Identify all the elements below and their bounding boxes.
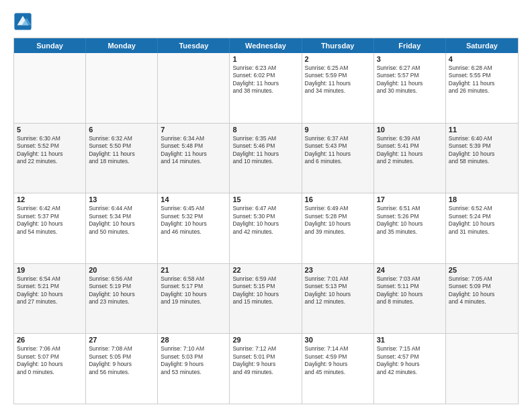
calendar-week-3: 12Sunrise: 6:42 AM Sunset: 5:37 PM Dayli… [14,193,518,263]
day-info: Sunrise: 6:59 AM Sunset: 5:15 PM Dayligh… [232,275,298,306]
calendar-day-27: 27Sunrise: 7:08 AM Sunset: 5:05 PM Dayli… [86,334,158,404]
calendar-body: 1Sunrise: 6:23 AM Sunset: 6:02 PM Daylig… [14,53,518,404]
calendar-day-25: 25Sunrise: 7:05 AM Sunset: 5:09 PM Dayli… [446,264,518,334]
calendar-empty-cell [158,53,230,123]
calendar-day-12: 12Sunrise: 6:42 AM Sunset: 5:37 PM Dayli… [14,193,86,263]
calendar: SundayMondayTuesdayWednesdayThursdayFrid… [13,38,519,404]
calendar-day-13: 13Sunrise: 6:44 AM Sunset: 5:34 PM Dayli… [86,193,158,263]
calendar-week-1: 1Sunrise: 6:23 AM Sunset: 6:02 PM Daylig… [14,53,518,123]
calendar-day-24: 24Sunrise: 7:03 AM Sunset: 5:11 PM Dayli… [374,264,446,334]
day-number: 12 [17,195,83,203]
day-number: 10 [377,126,443,134]
calendar-day-3: 3Sunrise: 6:27 AM Sunset: 5:57 PM Daylig… [374,53,446,123]
calendar-day-7: 7Sunrise: 6:34 AM Sunset: 5:48 PM Daylig… [158,124,230,193]
day-number: 6 [89,126,154,134]
day-info: Sunrise: 6:42 AM Sunset: 5:37 PM Dayligh… [17,205,83,236]
day-info: Sunrise: 6:51 AM Sunset: 5:26 PM Dayligh… [377,205,443,236]
day-number: 18 [449,195,515,203]
day-info: Sunrise: 6:58 AM Sunset: 5:17 PM Dayligh… [161,275,226,306]
day-info: Sunrise: 7:14 AM Sunset: 4:59 PM Dayligh… [305,345,371,376]
day-number: 17 [377,195,443,203]
day-info: Sunrise: 6:35 AM Sunset: 5:46 PM Dayligh… [232,135,298,166]
header-day-monday: Monday [86,38,158,53]
day-number: 19 [17,266,83,274]
day-number: 29 [232,336,298,344]
day-number: 23 [305,266,371,274]
calendar-day-1: 1Sunrise: 6:23 AM Sunset: 6:02 PM Daylig… [230,53,302,123]
day-info: Sunrise: 6:45 AM Sunset: 5:32 PM Dayligh… [161,205,226,236]
day-number: 15 [232,195,298,203]
calendar-day-29: 29Sunrise: 7:12 AM Sunset: 5:01 PM Dayli… [230,334,302,404]
day-info: Sunrise: 7:08 AM Sunset: 5:05 PM Dayligh… [89,345,154,376]
calendar-day-19: 19Sunrise: 6:54 AM Sunset: 5:21 PM Dayli… [14,264,86,334]
calendar-day-18: 18Sunrise: 6:52 AM Sunset: 5:24 PM Dayli… [446,193,518,263]
calendar-day-16: 16Sunrise: 6:49 AM Sunset: 5:28 PM Dayli… [302,193,374,263]
day-info: Sunrise: 7:01 AM Sunset: 5:13 PM Dayligh… [305,275,371,306]
day-number: 7 [161,126,226,134]
day-info: Sunrise: 6:56 AM Sunset: 5:19 PM Dayligh… [89,275,154,306]
day-info: Sunrise: 6:23 AM Sunset: 6:02 PM Dayligh… [232,64,298,95]
day-info: Sunrise: 7:12 AM Sunset: 5:01 PM Dayligh… [232,345,298,376]
day-number: 9 [305,126,371,134]
calendar-day-28: 28Sunrise: 7:10 AM Sunset: 5:03 PM Dayli… [158,334,230,404]
day-number: 26 [17,336,83,344]
day-number: 31 [377,336,443,344]
calendar-header: SundayMondayTuesdayWednesdayThursdayFrid… [14,38,518,53]
day-info: Sunrise: 6:37 AM Sunset: 5:43 PM Dayligh… [305,135,371,166]
day-number: 1 [232,55,298,63]
header-day-thursday: Thursday [302,38,374,53]
header-day-tuesday: Tuesday [158,38,230,53]
calendar-day-6: 6Sunrise: 6:32 AM Sunset: 5:50 PM Daylig… [86,124,158,193]
day-number: 3 [377,55,443,63]
header-day-saturday: Saturday [446,38,518,53]
day-number: 30 [305,336,371,344]
day-number: 28 [161,336,226,344]
day-info: Sunrise: 6:40 AM Sunset: 5:39 PM Dayligh… [449,135,515,166]
calendar-day-14: 14Sunrise: 6:45 AM Sunset: 5:32 PM Dayli… [158,193,230,263]
day-info: Sunrise: 6:54 AM Sunset: 5:21 PM Dayligh… [17,275,83,306]
day-info: Sunrise: 6:27 AM Sunset: 5:57 PM Dayligh… [377,64,443,95]
calendar-day-15: 15Sunrise: 6:47 AM Sunset: 5:30 PM Dayli… [230,193,302,263]
calendar-day-23: 23Sunrise: 7:01 AM Sunset: 5:13 PM Dayli… [302,264,374,334]
day-info: Sunrise: 6:47 AM Sunset: 5:30 PM Dayligh… [232,205,298,236]
day-number: 21 [161,266,226,274]
day-info: Sunrise: 6:44 AM Sunset: 5:34 PM Dayligh… [89,205,154,236]
day-number: 2 [305,55,371,63]
day-info: Sunrise: 6:28 AM Sunset: 5:55 PM Dayligh… [449,64,515,95]
calendar-day-4: 4Sunrise: 6:28 AM Sunset: 5:55 PM Daylig… [446,53,518,123]
day-info: Sunrise: 7:06 AM Sunset: 5:07 PM Dayligh… [17,345,83,376]
calendar-day-11: 11Sunrise: 6:40 AM Sunset: 5:39 PM Dayli… [446,124,518,193]
calendar-empty-cell [446,334,518,404]
calendar-week-5: 26Sunrise: 7:06 AM Sunset: 5:07 PM Dayli… [14,333,518,404]
calendar-day-17: 17Sunrise: 6:51 AM Sunset: 5:26 PM Dayli… [374,193,446,263]
calendar-empty-cell [86,53,158,123]
day-number: 27 [89,336,154,344]
day-number: 24 [377,266,443,274]
day-number: 14 [161,195,226,203]
day-info: Sunrise: 6:39 AM Sunset: 5:41 PM Dayligh… [377,135,443,166]
day-info: Sunrise: 6:25 AM Sunset: 5:59 PM Dayligh… [305,64,371,95]
day-info: Sunrise: 7:10 AM Sunset: 5:03 PM Dayligh… [161,345,226,376]
day-number: 16 [305,195,371,203]
logo [13,12,35,31]
calendar-day-9: 9Sunrise: 6:37 AM Sunset: 5:43 PM Daylig… [302,124,374,193]
calendar-day-20: 20Sunrise: 6:56 AM Sunset: 5:19 PM Dayli… [86,264,158,334]
header-day-friday: Friday [374,38,446,53]
day-info: Sunrise: 6:52 AM Sunset: 5:24 PM Dayligh… [449,205,515,236]
day-number: 8 [232,126,298,134]
calendar-day-8: 8Sunrise: 6:35 AM Sunset: 5:46 PM Daylig… [230,124,302,193]
calendar-empty-cell [14,53,86,123]
calendar-day-31: 31Sunrise: 7:15 AM Sunset: 4:57 PM Dayli… [374,334,446,404]
day-number: 4 [449,55,515,63]
calendar-week-2: 5Sunrise: 6:30 AM Sunset: 5:52 PM Daylig… [14,123,518,193]
calendar-day-5: 5Sunrise: 6:30 AM Sunset: 5:52 PM Daylig… [14,124,86,193]
header-day-wednesday: Wednesday [230,38,302,53]
day-number: 25 [449,266,515,274]
header-day-sunday: Sunday [14,38,86,53]
calendar-day-2: 2Sunrise: 6:25 AM Sunset: 5:59 PM Daylig… [302,53,374,123]
day-info: Sunrise: 7:05 AM Sunset: 5:09 PM Dayligh… [449,275,515,306]
calendar-day-10: 10Sunrise: 6:39 AM Sunset: 5:41 PM Dayli… [374,124,446,193]
calendar-day-26: 26Sunrise: 7:06 AM Sunset: 5:07 PM Dayli… [14,334,86,404]
calendar-day-30: 30Sunrise: 7:14 AM Sunset: 4:59 PM Dayli… [302,334,374,404]
day-number: 13 [89,195,154,203]
